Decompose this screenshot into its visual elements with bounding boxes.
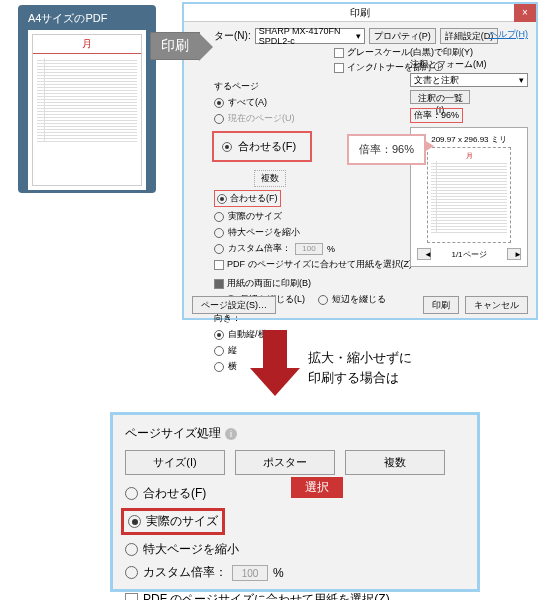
preview-month: 月	[431, 151, 507, 161]
pdf-paper-checkbox[interactable]	[214, 260, 224, 270]
current-page-radio[interactable]	[214, 114, 224, 124]
lower-custom-radio[interactable]	[125, 566, 138, 579]
pdf-thumbnail-panel: A4サイズのPDF 月 for(let i=0;i<28;i++)documen…	[18, 5, 156, 193]
print-badge: 印刷	[150, 32, 200, 60]
arrow-down-icon	[250, 330, 300, 400]
page-setup-button[interactable]: ページ設定(S)…	[192, 296, 276, 314]
properties-button[interactable]: プロパティ(P)	[369, 28, 436, 44]
annotations-dropdown[interactable]: 文書と注釈▾	[410, 73, 528, 87]
pdf-label: A4サイズのPDF	[28, 11, 146, 26]
page-size-panel: ページサイズ処理 i サイズ(I) ポスター 複数 選択 合わせる(F) 実際の…	[110, 412, 480, 592]
lower-shrink-radio[interactable]	[125, 543, 138, 556]
landscape-radio[interactable]	[214, 362, 224, 372]
prev-page-button[interactable]: ◄	[417, 248, 431, 260]
annotations-list-button[interactable]: 注釈の一覧(I)	[410, 90, 470, 104]
annotations-label: 注釈とフォーム(M)	[410, 58, 528, 71]
chevron-down-icon: ▾	[519, 75, 524, 85]
custom-scale-input[interactable]: 100	[295, 243, 323, 255]
page-size-title: ページサイズ処理	[125, 425, 221, 442]
chevron-down-icon: ▾	[356, 31, 361, 41]
all-pages-radio[interactable]	[214, 98, 224, 108]
preview-panel: 注釈とフォーム(M) 文書と注釈▾ 注釈の一覧(I) 倍率：96% 209.97…	[410, 58, 528, 267]
print-dialog: 印刷 × ヘルプ(H) ター(N): SHARP MX-4170FN SPDL2…	[182, 2, 538, 320]
printer-label: ター(N):	[214, 29, 251, 43]
close-icon[interactable]: ×	[514, 4, 536, 22]
cancel-button[interactable]: キャンセル	[465, 296, 528, 314]
pdf-month: 月	[33, 35, 141, 54]
dialog-title: 印刷	[350, 6, 370, 20]
poster-tab[interactable]: ポスター	[235, 450, 335, 475]
lower-custom-input[interactable]: 100	[232, 565, 268, 581]
shrink-large-radio[interactable]	[214, 228, 224, 238]
select-badge: 選択	[291, 477, 343, 498]
lower-pdf-paper-checkbox[interactable]	[125, 593, 138, 600]
arrow-caption: 拡大・縮小せずに印刷する場合は	[308, 348, 412, 387]
info-icon[interactable]: i	[225, 428, 237, 440]
pdf-page: 月 for(let i=0;i<28;i++)document.write('<…	[28, 30, 146, 190]
fit-highlight-box: 合わせる(F)	[212, 131, 312, 162]
actual-size-radio[interactable]	[214, 212, 224, 222]
ratio-callout: 倍率：96%	[347, 134, 426, 165]
grayscale-checkbox[interactable]	[334, 48, 344, 58]
count-button[interactable]: 複数	[254, 170, 286, 187]
fit-small-radio[interactable]	[217, 194, 227, 204]
size-tab[interactable]: サイズ(I)	[125, 450, 225, 475]
portrait-radio[interactable]	[214, 346, 224, 356]
ratio-note: 倍率：96%	[410, 108, 463, 123]
fit-radio[interactable]	[222, 142, 232, 152]
page-indicator: 1/1ページ	[451, 249, 486, 260]
duplex-checkbox[interactable]	[214, 279, 224, 289]
titlebar: 印刷 ×	[184, 4, 536, 22]
pdf-calendar-lines: for(let i=0;i<28;i++)document.write('<di…	[33, 54, 141, 142]
actual-highlight-box: 実際のサイズ	[121, 508, 225, 535]
multi-tab[interactable]: 複数	[345, 450, 445, 475]
auto-orient-radio[interactable]	[214, 330, 224, 340]
help-link[interactable]: ヘルプ(H)	[489, 28, 529, 41]
custom-scale-radio[interactable]	[214, 244, 224, 254]
print-button[interactable]: 印刷	[423, 296, 459, 314]
next-page-button[interactable]: ►	[507, 248, 521, 260]
save-ink-checkbox[interactable]	[334, 63, 344, 73]
printer-dropdown[interactable]: SHARP MX-4170FN SPDL2-c▾	[255, 28, 365, 44]
lower-fit-radio[interactable]	[125, 487, 138, 500]
lower-actual-radio[interactable]	[128, 515, 141, 528]
